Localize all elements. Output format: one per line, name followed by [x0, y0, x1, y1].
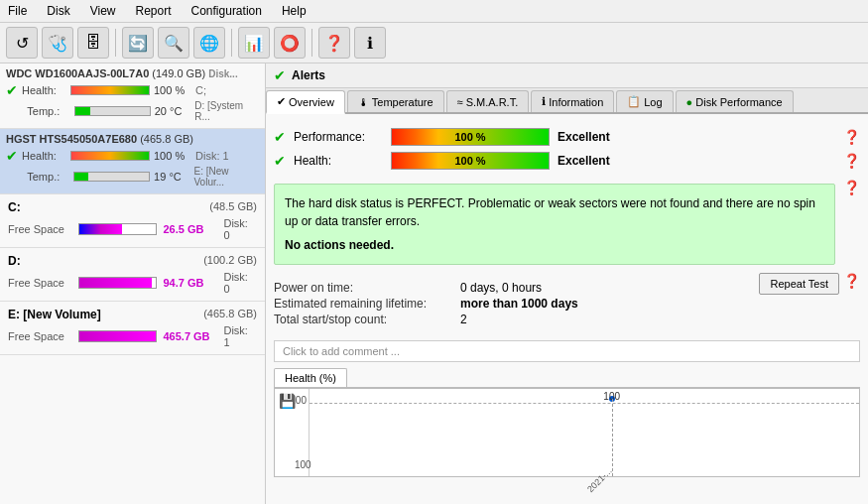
menu-help[interactable]: Help: [278, 2, 310, 20]
toolbar-btn-info[interactable]: ℹ: [354, 27, 386, 59]
toolbar: ↺ 🩺 🗄 🔄 🔍 🌐 📊 ⭕ ❓ ℹ: [0, 23, 868, 63]
menu-configuration[interactable]: Configuration: [187, 2, 266, 20]
menu-disk[interactable]: Disk: [43, 2, 73, 20]
drive-d-size: (100.2 GB): [203, 254, 257, 268]
drive-e-free-fill: [79, 331, 156, 341]
disk2-temp-fill: [74, 173, 87, 181]
menu-view[interactable]: View: [86, 2, 120, 20]
disk2-item[interactable]: HGST HTS545050A7E680 (465.8 GB) ✔ Health…: [0, 129, 265, 194]
drive-e-size: (465.8 GB): [203, 308, 257, 321]
tab-log[interactable]: 📋 Log: [616, 90, 673, 112]
status-text: The hard disk status is PERFECT. Problem…: [285, 194, 824, 230]
toolbar-btn-help[interactable]: ❓: [318, 27, 350, 59]
toolbar-btn-6[interactable]: 🌐: [193, 27, 225, 59]
disk1-health-icon: ✔: [6, 82, 18, 98]
test-area: Power on time: 0 days, 0 hours Estimated…: [274, 273, 860, 334]
health-icon: ✔: [274, 153, 286, 169]
drive-c[interactable]: C: (48.5 GB) Free Space 26.5 GB Disk: 0: [0, 194, 265, 248]
tab-information[interactable]: ℹ Information: [531, 90, 614, 112]
performance-help-icon[interactable]: ❓: [843, 129, 860, 145]
disk1-extra: C;: [195, 84, 206, 96]
disk2-health-value: 100 %: [154, 150, 191, 162]
status-message: The hard disk status is PERFECT. Problem…: [274, 184, 835, 265]
drive-d-free-label: Free Space: [8, 277, 72, 289]
drive-d-free-bar: [78, 277, 158, 289]
disk2-temp-row: Temp.: 19 °C E: [New Volur...: [6, 166, 259, 188]
toolbar-btn-2[interactable]: 🩺: [42, 27, 73, 59]
disk1-size: (149.0 GB): [152, 67, 205, 79]
disk1-name: WDC WD1600AAJS-00L7A0 (149.0 GB) Disk...: [6, 67, 259, 79]
disk1-temp-bar: [74, 106, 151, 116]
health-bar-text: 100 %: [392, 153, 549, 169]
toolbar-btn-4[interactable]: 🔄: [122, 27, 154, 59]
drive-d-free-value: 94.7 GB: [163, 277, 217, 289]
tab-information-label: Information: [549, 96, 603, 108]
menu-file[interactable]: File: [4, 2, 31, 20]
disk2-health-label: Health:: [22, 150, 66, 162]
drive-c-free-row: Free Space 26.5 GB Disk: 0: [8, 217, 257, 241]
menu-report[interactable]: Report: [131, 2, 175, 20]
drive-c-header: C: (48.5 GB): [8, 200, 257, 214]
chart-y-bottom: 100: [295, 459, 311, 470]
toolbar-btn-1[interactable]: ↺: [6, 27, 38, 59]
health-help-icon[interactable]: ❓: [843, 153, 860, 169]
disk1-extra2: D: [System R...: [194, 100, 259, 122]
drive-e-free-value: 465.7 GB: [163, 330, 217, 342]
disk1-health-label: Health:: [22, 84, 66, 96]
status-help-icon[interactable]: ❓: [843, 180, 860, 195]
drive-c-free-fill: [79, 224, 122, 234]
drive-e[interactable]: E: [New Volume] (465.8 GB) Free Space 46…: [0, 302, 265, 355]
disk1-name-text: WDC WD1600AAJS-00L7A0: [6, 67, 149, 79]
tab-smart-label: S.M.A.R.T.: [466, 96, 519, 108]
tab-temperature[interactable]: 🌡 Temperature: [347, 90, 444, 112]
disk2-health-bar: [70, 151, 150, 161]
tab-disk-performance[interactable]: ● Disk Performance: [676, 90, 794, 112]
disk2-extra: Disk: 1: [195, 150, 229, 162]
startstop-value: 2: [460, 313, 578, 326]
disk2-size: (465.8 GB): [140, 133, 193, 145]
disk2-temp-value: 19 °C: [154, 171, 189, 183]
disk1-health-value: 100 %: [154, 84, 191, 96]
health-status: Excellent: [558, 154, 610, 168]
chart-save-icon[interactable]: 💾: [279, 393, 296, 409]
tab-temperature-icon: 🌡: [358, 96, 369, 108]
toolbar-btn-3[interactable]: 🗄: [77, 27, 109, 59]
tab-log-label: Log: [644, 96, 662, 108]
power-on-value: 0 days, 0 hours: [460, 281, 578, 295]
chart-tab-health-label: Health (%): [285, 372, 336, 384]
drive-e-header: E: [New Volume] (465.8 GB): [8, 308, 257, 321]
comment-placeholder: Click to add comment ...: [283, 345, 400, 357]
repeat-test-button[interactable]: Repeat Test: [759, 273, 839, 295]
toolbar-btn-8[interactable]: ⭕: [274, 27, 306, 59]
repeat-help-icon[interactable]: ❓: [843, 273, 860, 289]
drive-e-free-label: Free Space: [8, 330, 72, 342]
disk2-health-fill: [71, 152, 149, 160]
tab-disk-performance-icon: ●: [686, 96, 693, 108]
tab-overview-label: Overview: [289, 96, 334, 108]
comment-box[interactable]: Click to add comment ...: [274, 340, 860, 362]
disk1-health-bar: [70, 85, 150, 95]
drive-c-free-value: 26.5 GB: [163, 223, 217, 235]
tab-smart[interactable]: ≈ S.M.A.R.T.: [446, 90, 530, 112]
chart-x-label: 2021-...: [585, 465, 614, 494]
overview-content: ✔ Performance: 100 % Excellent ❓ ✔ Healt…: [266, 114, 868, 504]
chart-tab-health[interactable]: Health (%): [274, 368, 347, 387]
tab-temperature-label: Temperature: [372, 96, 434, 108]
drive-c-free-label: Free Space: [8, 223, 72, 235]
drive-d[interactable]: D: (100.2 GB) Free Space 94.7 GB Disk: 0: [0, 248, 265, 302]
menu-bar: File Disk View Report Configuration Help: [0, 0, 868, 23]
toolbar-btn-5[interactable]: 🔍: [158, 27, 189, 59]
drive-c-size: (48.5 GB): [209, 200, 257, 214]
tab-information-icon: ℹ: [542, 95, 546, 108]
actions-text: No actions needed.: [285, 238, 394, 252]
toolbar-btn-7[interactable]: 📊: [238, 27, 270, 59]
chart-inner: 100 2021-...: [310, 389, 859, 476]
right-panel: ✔ Alerts ✔ Overview 🌡 Temperature ≈ S.M.…: [266, 63, 868, 504]
chart-x-label-text: 2021-...: [585, 465, 614, 494]
chart-tab-bar: Health (%): [274, 368, 860, 388]
tab-log-icon: 📋: [627, 95, 641, 108]
drive-e-free-bar: [78, 330, 158, 342]
tab-overview[interactable]: ✔ Overview: [266, 90, 345, 114]
info-section: Power on time: 0 days, 0 hours Estimated…: [274, 281, 578, 326]
startstop-label: Total start/stop count:: [274, 313, 452, 326]
